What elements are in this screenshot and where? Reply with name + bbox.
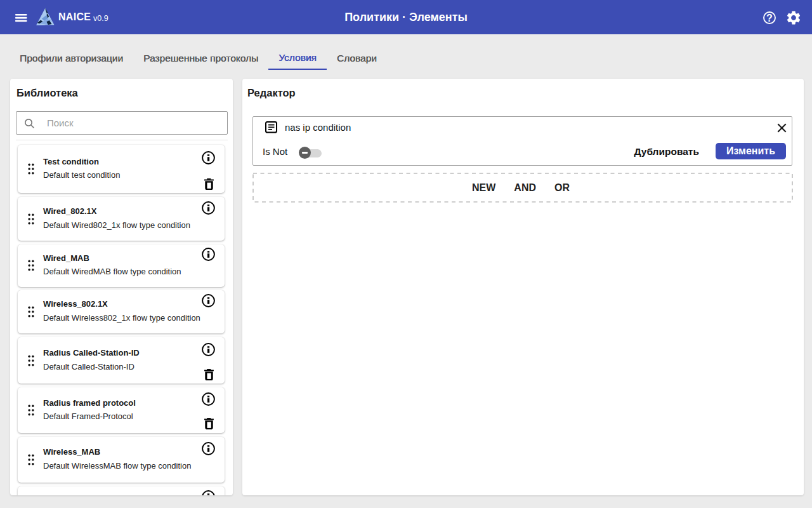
svg-text:?: ? xyxy=(766,12,773,23)
